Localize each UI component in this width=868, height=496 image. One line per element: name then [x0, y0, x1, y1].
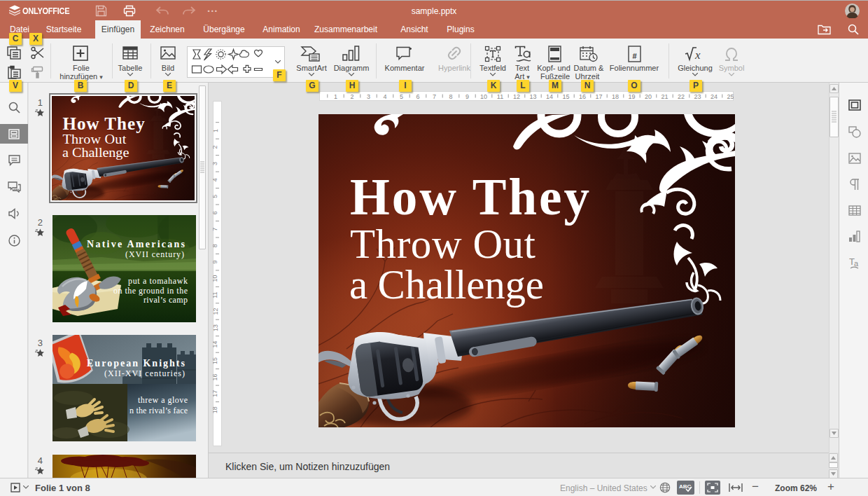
svg-text:4: 4	[213, 178, 219, 181]
svg-text:12: 12	[213, 308, 219, 315]
svg-text:23: 23	[694, 93, 701, 100]
svg-text:15: 15	[213, 357, 219, 364]
svg-text:16: 16	[213, 373, 219, 380]
svg-text:21: 21	[661, 93, 668, 100]
svg-text:19: 19	[628, 93, 635, 100]
svg-text:24: 24	[710, 93, 718, 100]
svg-text:14: 14	[213, 340, 219, 347]
svg-text:(XVII century): (XVII century)	[125, 249, 184, 259]
svg-text:rival’s camp: rival’s camp	[144, 295, 188, 305]
svg-text:18: 18	[612, 93, 619, 100]
svg-text:25: 25	[727, 93, 734, 100]
svg-text:7: 7	[213, 228, 219, 231]
svg-text:15: 15	[562, 93, 569, 100]
svg-text:threw a glove: threw a glove	[138, 395, 188, 405]
svg-text:2: 2	[213, 145, 219, 149]
svg-text:10: 10	[213, 275, 219, 282]
svg-text:n the rival’s face: n the rival’s face	[130, 406, 188, 415]
svg-text:12: 12	[513, 93, 520, 100]
svg-text:6: 6	[213, 211, 219, 214]
svg-text:5: 5	[213, 195, 219, 198]
svg-text:#: #	[633, 52, 637, 60]
svg-text:20: 20	[645, 93, 652, 100]
svg-text:European Knights: European Knights	[87, 358, 186, 368]
svg-text:3: 3	[213, 162, 219, 165]
svg-text:18: 18	[213, 406, 219, 413]
svg-text:x: x	[694, 48, 701, 62]
svg-text:11: 11	[497, 93, 503, 100]
svg-text:9: 9	[465, 93, 469, 100]
svg-text:16: 16	[579, 93, 586, 100]
svg-text:11: 11	[213, 291, 219, 298]
svg-text:a: a	[854, 259, 859, 268]
svg-text:2: 2	[350, 93, 354, 100]
svg-text:1: 1	[213, 129, 219, 132]
svg-text:17: 17	[595, 93, 602, 100]
svg-text:8: 8	[213, 244, 219, 247]
svg-text:1: 1	[334, 93, 337, 100]
svg-text:7: 7	[433, 93, 436, 100]
svg-text:13: 13	[213, 324, 219, 331]
svg-text:13: 13	[529, 93, 536, 100]
svg-text:14: 14	[546, 93, 553, 100]
svg-text:3: 3	[367, 93, 370, 100]
svg-text:put a tomahawk: put a tomahawk	[128, 276, 188, 286]
svg-text:17: 17	[213, 390, 219, 397]
svg-text:9: 9	[213, 261, 219, 264]
svg-text:6: 6	[416, 93, 419, 100]
svg-text:Native Americans: Native Americans	[87, 239, 186, 249]
svg-text:5: 5	[400, 93, 403, 100]
svg-text:10: 10	[480, 93, 487, 100]
svg-text:8: 8	[449, 93, 452, 100]
svg-text:22: 22	[678, 93, 685, 100]
svg-text:on the ground in the: on the ground in the	[113, 286, 188, 296]
svg-text:4: 4	[383, 93, 386, 100]
svg-text:(XII-XVI centuries): (XII-XVI centuries)	[104, 368, 185, 378]
